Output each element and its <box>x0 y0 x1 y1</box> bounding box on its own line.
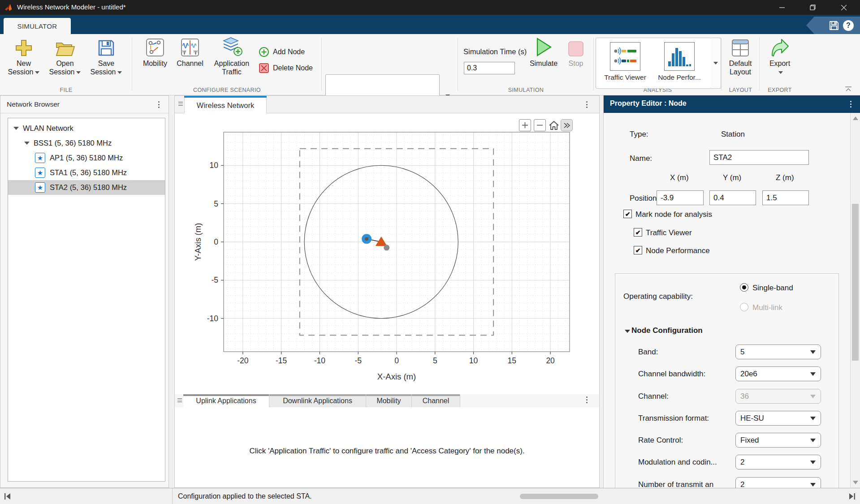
tab-wireless-network[interactable]: Wireless Network <box>184 98 267 113</box>
dropdown-band[interactable]: 5 <box>735 345 821 359</box>
simulation-time-input[interactable] <box>464 62 515 74</box>
network-browser-menu-icon[interactable] <box>158 101 160 108</box>
radio-label: Multi-link <box>752 303 782 312</box>
checkbox-traffic-viewer[interactable]: ✔ <box>634 228 642 237</box>
tree-item-STA1[interactable]: ★STA1 (5, 36) 5180 MHz <box>8 165 165 180</box>
config-label: Channel: <box>638 392 669 401</box>
config-label: Modulation and codin... <box>638 458 717 467</box>
applications-menu-icon[interactable] <box>586 396 588 403</box>
tab-simulator[interactable]: SIMULATOR <box>4 18 71 34</box>
tree-item-STA2[interactable]: ★STA2 (5, 36) 5180 MHz <box>8 180 165 195</box>
tab-bar-drag-handle[interactable] <box>178 102 183 106</box>
position-z-input[interactable] <box>762 190 809 205</box>
tab-label: Channel <box>423 397 449 405</box>
scrollbar-thumb[interactable] <box>852 204 859 361</box>
dropdown-value: 5 <box>740 348 744 357</box>
tree-item-WLAN[interactable]: WLAN Network <box>8 121 165 136</box>
canvas-tab-bar: Wireless Network <box>175 96 599 113</box>
simulate-button[interactable]: Simulate <box>526 37 561 68</box>
x-tick-label: 15 <box>508 356 516 365</box>
tree-item-AP1[interactable]: ★AP1 (5, 36) 5180 MHz <box>8 151 165 165</box>
config-label: Channel bandwidth: <box>638 370 705 379</box>
tab-bar-drag-handle[interactable] <box>177 398 182 402</box>
node-performance-button[interactable]: Node Perfor... <box>653 42 706 82</box>
tab-uplink-applications[interactable]: Uplink Applications <box>183 394 269 407</box>
tab-downlink-applications[interactable]: Downlink Applications <box>269 394 366 407</box>
expand-toolbar-button[interactable] <box>561 119 573 131</box>
channel-button[interactable]: Channel <box>173 37 207 68</box>
dropdown-channel[interactable]: 36 <box>735 389 821 404</box>
application-traffic-button[interactable]: Application Traffic <box>208 37 255 76</box>
maximize-button[interactable] <box>797 0 828 15</box>
open-session-button[interactable]: Open Session <box>47 37 83 76</box>
save-session-label: Save Session <box>88 59 125 76</box>
export-icon <box>769 37 790 57</box>
tree-item-BSS1[interactable]: BSS1 (5, 36) 5180 MHz <box>8 136 165 151</box>
property-editor-scrollbar[interactable] <box>850 113 860 488</box>
canvas-menu-icon[interactable] <box>586 101 588 108</box>
close-button[interactable] <box>828 0 859 15</box>
application-traffic-icon <box>220 37 243 57</box>
export-button[interactable]: Export <box>763 37 796 76</box>
analysis-gallery: Traffic Viewer Node Perfor... <box>596 38 711 89</box>
node-configuration-title[interactable]: Node Configuration <box>631 326 703 335</box>
collapse-ribbon-icon[interactable] <box>844 86 852 92</box>
mobility-button[interactable]: Mobility <box>138 37 172 68</box>
y-header: Y (m) <box>723 173 741 182</box>
minimize-button[interactable] <box>766 0 797 15</box>
radio-single-band[interactable] <box>740 283 748 292</box>
new-session-button[interactable]: New Session <box>5 37 42 76</box>
node-configuration-collapse-icon[interactable] <box>625 330 630 333</box>
dropdown-value: 36 <box>740 392 749 401</box>
analysis-gallery-expand-button[interactable] <box>711 38 721 89</box>
scroll-to-start-icon[interactable] <box>4 492 12 500</box>
quick-save-icon[interactable] <box>829 20 839 31</box>
scroll-to-end-icon[interactable] <box>848 492 856 500</box>
position-y-input[interactable] <box>709 190 756 205</box>
status-divider <box>172 488 173 504</box>
dropdown-caret-icon <box>810 483 816 487</box>
node-star-icon: ★ <box>35 153 45 163</box>
checkbox-mark-node-for-analysis[interactable]: ✔ <box>623 210 632 218</box>
tree-expand-icon[interactable] <box>24 142 30 145</box>
dropdown-channel-bandwidth[interactable]: 20e6 <box>735 366 821 381</box>
add-node-icon <box>259 47 269 57</box>
position-x-input[interactable] <box>657 190 704 205</box>
stop-button[interactable]: Stop <box>563 37 589 68</box>
dropdown-caret-icon <box>76 71 81 74</box>
stop-icon <box>567 37 584 57</box>
zoom-out-button[interactable] <box>534 119 546 131</box>
default-layout-button[interactable]: Default Layout <box>723 37 757 76</box>
dropdown-number-of-transmit-an[interactable]: 2 <box>735 477 821 488</box>
tree-item-label: BSS1 (5, 36) 5180 MHz <box>34 139 112 147</box>
name-input[interactable] <box>709 150 809 165</box>
checkbox-label: Node Performance <box>646 246 710 255</box>
scroll-down-icon[interactable] <box>853 481 858 484</box>
tree-expand-icon[interactable] <box>13 127 19 130</box>
network-browser-title: Network Browser <box>7 100 60 108</box>
dropdown-rate-control[interactable]: Fixed <box>735 433 821 448</box>
zoom-in-button[interactable] <box>519 119 531 131</box>
dropdown-modulation-and-codin...[interactable]: 2 <box>735 455 821 470</box>
x-tick-label: 5 <box>433 356 437 365</box>
traffic-viewer-button[interactable]: Traffic Viewer <box>598 42 652 82</box>
checkbox-node-performance[interactable]: ✔ <box>634 246 642 254</box>
delete-node-button[interactable]: Delete Node <box>259 63 313 73</box>
home-view-button[interactable] <box>548 119 560 131</box>
node-marker-STA1[interactable] <box>384 245 389 250</box>
save-session-button[interactable]: Save Session <box>88 37 125 76</box>
scroll-up-icon[interactable] <box>853 116 858 120</box>
tab-channel[interactable]: Channel <box>412 394 460 407</box>
add-node-button[interactable]: Add Node <box>259 47 305 57</box>
channel-label: Channel <box>177 59 203 68</box>
tab-mobility[interactable]: Mobility <box>366 394 412 407</box>
mobility-label: Mobility <box>143 59 167 68</box>
property-editor-menu-icon[interactable] <box>850 101 851 108</box>
y-tick-label: 5 <box>214 199 218 208</box>
horizontal-scrollbar-thumb[interactable] <box>520 494 598 499</box>
applications-tab-bar: Uplink ApplicationsDownlink Applications… <box>175 394 599 407</box>
checkbox-label: Traffic Viewer <box>646 228 692 237</box>
help-icon[interactable]: ? <box>843 20 854 31</box>
radio-multi-link[interactable] <box>740 303 748 311</box>
dropdown-transmission-format[interactable]: HE-SU <box>735 411 821 426</box>
